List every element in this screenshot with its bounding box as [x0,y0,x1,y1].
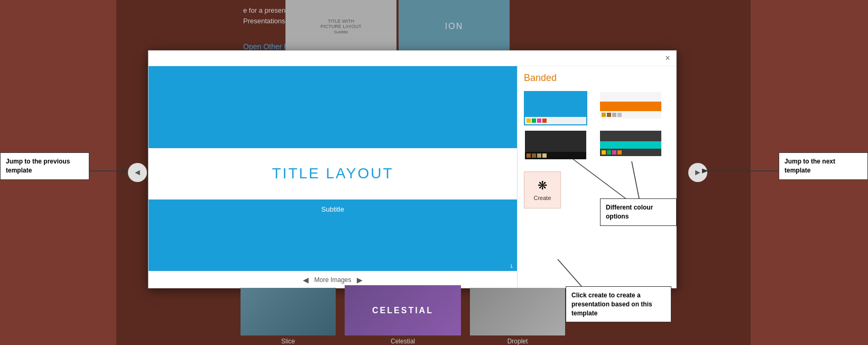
template-dialog: × TITLE LAYOUT Subtitle 1 ◀ More Images … [148,50,677,288]
dot [542,119,547,123]
color-options-grid [524,91,670,164]
callout-color: Different colour options [600,198,677,226]
bottom-thumbnails: Slice CELESTIAL Celestial Droplet [238,285,568,345]
callout-prev-text: Jump to the previous template [6,158,70,174]
slide-subtitle-band: Subtitle [149,199,517,220]
droplet-label: Droplet [507,338,528,345]
dot [607,113,611,117]
dot [537,119,541,123]
slide-page-number: 1 [510,264,513,269]
create-icon: ❋ [538,179,547,193]
create-button[interactable]: ❋ Create [524,171,561,208]
dot [617,113,622,117]
dot [602,113,606,117]
next-arrow-icon: ► [694,168,702,177]
slice-thumb-image [241,288,336,335]
bg-top-thumbnails: TITLE WITHPICTURE LAYOUTSubtitle ION [285,0,510,53]
swatch-1-dots [525,117,586,124]
slide-top-band [149,66,517,148]
prev-template-button[interactable]: ◄ [128,163,147,182]
celestial-label: Celestial [391,338,415,345]
callout-create-text: Click create to create a presentation ba… [571,292,652,317]
swatch-3-dots [525,152,586,159]
droplet-thumbnail-container[interactable]: Droplet [467,288,568,345]
callout-next: Jump to the next template [779,152,868,180]
prev-arrow-icon: ◄ [133,168,142,177]
swatch-4-mid [600,141,661,149]
dot [612,150,616,155]
dot [532,153,536,158]
dot [617,150,622,155]
bg-thumb-2[interactable]: ION [399,0,510,53]
next-template-button[interactable]: ► [688,163,707,182]
prev-image-button[interactable]: ◀ [303,276,309,284]
swatch-4-top [600,131,661,141]
celestial-thumb-image: CELESTIAL [345,285,461,335]
callout-create: Click create to create a presentation ba… [566,286,671,322]
swatch-2-top [600,92,661,102]
next-image-button[interactable]: ▶ [357,276,363,284]
slide-bottom-band: 1 [149,220,517,271]
more-images-label: More Images [314,276,351,284]
color-swatch-2[interactable] [599,91,662,125]
slide-preview: TITLE LAYOUT Subtitle 1 [149,66,517,271]
color-swatch-3[interactable] [524,130,587,164]
preview-area: TITLE LAYOUT Subtitle 1 ◀ More Images ▶ [149,66,518,288]
color-swatch-1[interactable] [524,91,587,125]
dialog-header: × [149,51,676,66]
close-button[interactable]: × [662,53,673,63]
slide-subtitle: Subtitle [321,205,344,213]
callout-prev: Jump to the previous template [0,152,89,180]
droplet-thumb-image [470,288,565,335]
dot [527,119,531,123]
celestial-thumbnail-container[interactable]: CELESTIAL Celestial [339,285,466,345]
swatch-2-mid [600,102,661,111]
swatch-3-top [525,131,586,152]
swatch-2-dots [600,111,661,119]
dot [537,153,541,158]
dot [527,153,531,158]
swatch-1-top [525,92,586,117]
color-swatch-4[interactable] [599,130,662,164]
callout-next-text: Jump to the next template [784,158,835,174]
callout-color-text: Different colour options [606,204,653,220]
slide-title-area: TITLE LAYOUT [149,148,517,199]
dot [607,150,611,155]
dot [612,113,616,117]
slide-title: TITLE LAYOUT [272,165,394,182]
slice-thumbnail-container[interactable]: Slice [238,288,338,345]
celestial-thumb-text: CELESTIAL [372,306,433,315]
create-label: Create [533,195,551,201]
dialog-body: TITLE LAYOUT Subtitle 1 ◀ More Images ▶ … [149,66,676,288]
slice-label: Slice [281,338,295,345]
dot [602,150,606,155]
swatch-4-dots [600,149,661,156]
dot [542,153,547,158]
template-name-heading: Banded [524,72,670,84]
right-panel: Banded [518,66,676,288]
dot [532,119,536,123]
bg-thumb-1[interactable]: TITLE WITHPICTURE LAYOUTSubtitle [285,0,396,53]
